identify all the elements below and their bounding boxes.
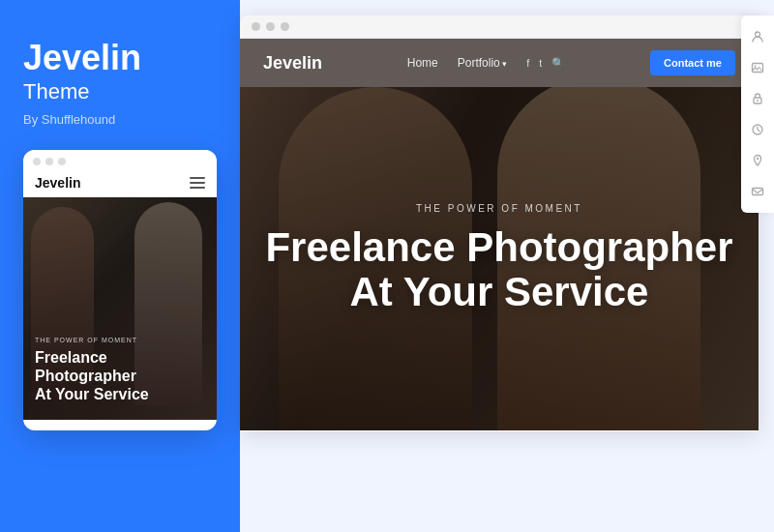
desktop-nav-links: Home Portfolio f t 🔍 — [407, 56, 566, 70]
desktop-hero-tagline: THE POWER OF MOMENT — [265, 203, 732, 214]
search-icon[interactable]: 🔍 — [551, 57, 565, 70]
left-panel: Jevelin Theme By Shufflehound Jevelin TH… — [0, 0, 240, 532]
desktop-nav-logo: Jevelin — [263, 53, 322, 74]
desktop-hero-heading: Freelance Photographer At Your Service — [265, 225, 732, 314]
desktop-nav-icons: f t 🔍 — [526, 57, 565, 70]
desktop-hero: THE POWER OF MOMENT Freelance Photograph… — [240, 87, 759, 430]
desktop-nav: Jevelin Home Portfolio f t 🔍 Contact me — [240, 39, 759, 87]
desktop-dot-1 — [252, 22, 260, 31]
location-icon-btn[interactable] — [744, 147, 771, 174]
image-icon-btn[interactable] — [744, 54, 771, 81]
contact-btn[interactable]: Contact me — [650, 50, 735, 75]
mobile-titlebar — [23, 150, 217, 169]
desktop-hero-content: THE POWER OF MOMENT Freelance Photograph… — [265, 203, 732, 314]
svg-point-0 — [756, 32, 760, 37]
desktop-below-hero: Hi there, my name is — [240, 430, 759, 431]
twitter-icon[interactable]: t — [539, 57, 542, 69]
desktop-hero-line1: Freelance Photographer — [265, 224, 732, 270]
right-sidebar-icons — [741, 15, 774, 213]
hamburger-icon[interactable] — [190, 177, 205, 189]
svg-point-4 — [757, 100, 759, 102]
desktop-preview: Jevelin Home Portfolio f t 🔍 Contact me … — [240, 15, 759, 431]
mobile-hero-heading: FreelancePhotographerAt Your Service — [35, 348, 149, 404]
lock-icon-btn[interactable] — [744, 85, 771, 112]
desktop-titlebar — [240, 15, 759, 39]
svg-point-2 — [755, 66, 757, 68]
facebook-icon[interactable]: f — [526, 57, 529, 69]
desktop-dot-3 — [281, 22, 289, 31]
mobile-dot-1 — [33, 158, 41, 165]
mobile-hero-tagline: THE POWER OF MOMENT — [35, 337, 149, 343]
desktop-dot-2 — [266, 22, 275, 31]
mobile-nav: Jevelin — [23, 169, 217, 197]
desktop-hero-line2: At Your Service — [350, 269, 649, 314]
svg-rect-7 — [753, 189, 763, 195]
theme-title: Jevelin — [23, 39, 217, 77]
mobile-preview-card: Jevelin THE POWER OF MOMENT FreelancePho… — [23, 150, 217, 430]
mobile-hero-content: THE POWER OF MOMENT FreelancePhotographe… — [35, 337, 149, 404]
mobile-dot-2 — [45, 158, 53, 165]
theme-author: By Shufflehound — [23, 112, 217, 127]
nav-link-portfolio[interactable]: Portfolio — [458, 56, 508, 70]
right-area: Jevelin Home Portfolio f t 🔍 Contact me … — [240, 0, 774, 532]
nav-link-home[interactable]: Home — [407, 56, 438, 70]
mobile-nav-logo: Jevelin — [35, 175, 80, 191]
theme-subtitle: Theme — [23, 79, 217, 104]
mobile-hero: THE POWER OF MOMENT FreelancePhotographe… — [23, 197, 217, 420]
mail-icon-btn[interactable] — [744, 178, 771, 205]
svg-rect-1 — [753, 64, 763, 73]
svg-point-6 — [757, 158, 759, 160]
mobile-dot-3 — [58, 158, 66, 165]
user-icon-btn[interactable] — [744, 23, 771, 50]
clock-icon-btn[interactable] — [744, 116, 771, 143]
